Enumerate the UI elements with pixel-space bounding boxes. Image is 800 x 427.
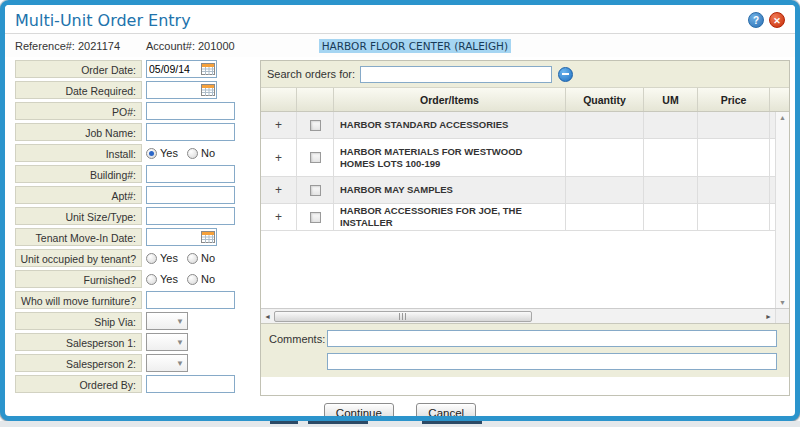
order-date-input[interactable] <box>147 62 197 76</box>
unit-size-type-input[interactable] <box>146 207 235 225</box>
field-label: Job Name: <box>15 123 142 141</box>
order-checkbox[interactable] <box>310 152 321 163</box>
field-label: Tenant Move-In Date: <box>15 228 142 246</box>
search-bar: Search orders for: <box>261 61 789 88</box>
order-name: HARBOR MATERIALS FOR WESTWOOD HOMES LOTS… <box>334 139 566 176</box>
furnished-no-radio[interactable] <box>187 274 198 285</box>
reference-row: Reference#: 2021174 Account#: 201000 HAR… <box>5 34 795 57</box>
calendar-icon[interactable] <box>200 83 215 97</box>
um-column-header: UM <box>644 88 698 111</box>
expand-icon[interactable]: + <box>261 139 297 176</box>
field-label: Unit Size/Type: <box>15 207 142 225</box>
field-label: Building#: <box>15 165 142 183</box>
expand-icon[interactable]: + <box>261 204 297 230</box>
form-row-salesperson-1: Salesperson 1: ▼ <box>15 333 251 351</box>
field-label: Furnished? <box>15 270 142 288</box>
search-orders-input[interactable] <box>360 66 552 83</box>
chevron-down-icon: ▼ <box>176 359 187 368</box>
minus-icon[interactable] <box>558 67 573 82</box>
radio-label: No <box>201 147 215 159</box>
install-no-radio[interactable] <box>187 148 198 159</box>
job-name-input[interactable] <box>146 123 235 141</box>
unit-occupied-yes-radio[interactable] <box>146 253 157 264</box>
title-icons: ? ✕ <box>748 12 785 28</box>
scroll-right-icon[interactable]: ► <box>762 313 775 320</box>
ship-via-select[interactable]: ▼ <box>146 312 188 330</box>
install-yes-radio[interactable] <box>146 148 157 159</box>
order-quantity <box>566 112 644 138</box>
scroll-up-icon[interactable]: ▲ <box>779 114 786 121</box>
expand-icon[interactable]: + <box>261 177 297 203</box>
expand-icon[interactable]: + <box>261 112 297 138</box>
order-price <box>698 204 770 230</box>
form-row-install: Install: Yes No <box>15 144 251 162</box>
field-label: Unit occupied by tenant? <box>15 249 142 267</box>
orders-panel: Search orders for: Order/Items Quantity … <box>260 60 790 396</box>
salesperson-2-select[interactable]: ▼ <box>146 354 188 372</box>
furnished-yes-radio[interactable] <box>146 274 157 285</box>
form-row-job-name: Job Name: <box>15 123 251 141</box>
form-row-furnished: Furnished? Yes No <box>15 270 251 288</box>
cancel-button[interactable]: Cancel <box>416 403 476 421</box>
calendar-icon[interactable] <box>200 230 215 244</box>
close-icon[interactable]: ✕ <box>769 12 785 28</box>
quantity-column-header: Quantity <box>566 88 644 111</box>
tenant-move-in-date-input[interactable] <box>147 230 197 244</box>
who-will-move-furniture-input[interactable] <box>146 291 235 309</box>
action-buttons: Continue Cancel <box>5 403 795 421</box>
po-number-input[interactable] <box>146 102 235 120</box>
help-icon[interactable]: ? <box>748 12 764 28</box>
continue-button[interactable]: Continue <box>324 403 394 421</box>
horizontal-scrollbar[interactable]: ◄ ► <box>261 308 789 323</box>
apt-number-input[interactable] <box>146 186 235 204</box>
field-label: Salesperson 2: <box>15 354 142 372</box>
scroll-left-icon[interactable]: ◄ <box>261 313 274 320</box>
order-checkbox[interactable] <box>310 185 321 196</box>
search-label: Search orders for: <box>267 68 355 80</box>
form-row-who-will-move-furniture: Who will move furniture? <box>15 291 251 309</box>
salesperson-1-select[interactable]: ▼ <box>146 333 188 351</box>
form-row-salesperson-2: Salesperson 2: ▼ <box>15 354 251 372</box>
date-required-input[interactable] <box>147 83 197 97</box>
chevron-down-icon: ▼ <box>176 317 187 326</box>
vertical-scrollbar[interactable]: ▲ ▼ <box>775 112 789 308</box>
unit-occupied-no-radio[interactable] <box>187 253 198 264</box>
checkbox-column-header <box>297 88 334 111</box>
order-name: HARBOR STANDARD ACCESSORIES <box>334 112 566 138</box>
scroll-down-icon[interactable]: ▼ <box>779 299 786 306</box>
chevron-down-icon: ▼ <box>176 338 187 347</box>
form-row-unit-occupied: Unit occupied by tenant? Yes No <box>15 249 251 267</box>
scrollbar-thumb[interactable] <box>274 311 532 322</box>
comments-input-2[interactable] <box>327 353 777 370</box>
order-um <box>644 139 698 176</box>
radio-label: Yes <box>160 147 178 159</box>
field-label: Install: <box>15 144 142 162</box>
account-number: Account#: 201000 <box>146 40 235 52</box>
price-column-header: Price <box>698 88 770 111</box>
order-checkbox[interactable] <box>310 212 321 223</box>
form-row-building-number: Building#: <box>15 165 251 183</box>
radio-label: No <box>201 273 215 285</box>
radio-label: Yes <box>160 252 178 264</box>
calendar-icon[interactable] <box>200 62 215 76</box>
order-name: HARBOR ACCESSORIES FOR JOE, THE INSTALLE… <box>334 204 566 230</box>
scrollbar-corner <box>775 309 789 323</box>
background-page-strip <box>0 421 800 427</box>
order-um <box>644 177 698 203</box>
order-quantity <box>566 204 644 230</box>
orders-table-header: Order/Items Quantity UM Price <box>261 88 789 112</box>
unit-occupied-radio-group: Yes No <box>146 252 224 264</box>
order-quantity <box>566 139 644 176</box>
ordered-by-input[interactable] <box>146 375 235 393</box>
order-row: + HARBOR ACCESSORIES FOR JOE, THE INSTAL… <box>261 204 775 231</box>
building-number-input[interactable] <box>146 165 235 183</box>
extra-column-header <box>770 88 789 111</box>
form-row-po-number: PO#: <box>15 102 251 120</box>
furnished-radio-group: Yes No <box>146 273 224 285</box>
comments-input-1[interactable] <box>327 330 777 347</box>
order-checkbox[interactable] <box>310 120 321 131</box>
order-price <box>698 177 770 203</box>
tenant-move-in-date-field <box>146 228 217 246</box>
form-row-tenant-move-in-date: Tenant Move-In Date: <box>15 228 251 246</box>
radio-label: Yes <box>160 273 178 285</box>
